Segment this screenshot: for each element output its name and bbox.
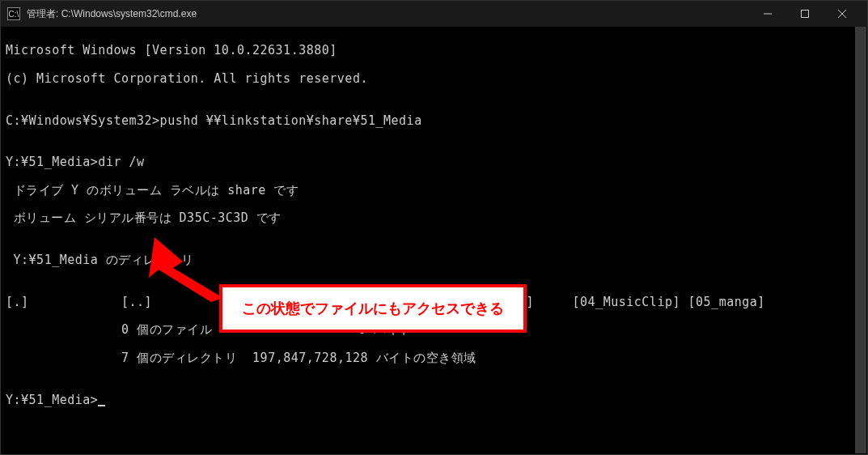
output-line: ボリューム シリアル番号は D35C-3C3D です bbox=[6, 211, 862, 225]
close-button[interactable] bbox=[824, 1, 861, 27]
maximize-button[interactable] bbox=[786, 1, 824, 27]
maximize-icon bbox=[801, 10, 809, 18]
cmd-icon-text: C:\ bbox=[9, 10, 19, 19]
scrollbar-thumb[interactable] bbox=[855, 27, 866, 453]
prompt-line: Y:¥51_Media> bbox=[6, 393, 862, 407]
window-titlebar: C:\ 管理者: C:\Windows\system32\cmd.exe bbox=[1, 1, 867, 27]
output-line: Microsoft Windows [Version 10.0.22631.38… bbox=[6, 44, 862, 57]
output-line: 7 個のディレクトリ 197,847,728,128 バイトの空き領域 bbox=[6, 351, 862, 365]
output-line: ドライブ Y のボリューム ラベルは share です bbox=[6, 184, 862, 198]
output-line: 0 個のファイル 0 バイト bbox=[6, 323, 862, 337]
close-icon bbox=[838, 10, 846, 18]
cursor bbox=[98, 405, 105, 406]
vertical-scrollbar[interactable] bbox=[855, 27, 866, 453]
output-line: (c) Microsoft Corporation. All rights re… bbox=[6, 72, 862, 86]
terminal-output[interactable]: Microsoft Windows [Version 10.0.22631.38… bbox=[1, 27, 867, 424]
prompt-text: Y:¥51_Media> bbox=[6, 393, 98, 407]
window-controls bbox=[749, 1, 861, 27]
cmd-icon: C:\ bbox=[7, 7, 20, 20]
output-line: C:¥Windows¥System32>pushd ¥¥linkstation¥… bbox=[6, 114, 862, 128]
svg-rect-1 bbox=[802, 11, 809, 18]
output-line: Y:¥51_Media のディレクトリ bbox=[6, 253, 862, 267]
output-line: Y:¥51_Media>dir /w bbox=[6, 155, 862, 169]
output-line: [.] [..] [01_写真] [02_動画] [03_Music] [04_… bbox=[6, 296, 862, 309]
minimize-icon bbox=[764, 10, 772, 18]
minimize-button[interactable] bbox=[749, 1, 786, 27]
window-title: 管理者: C:\Windows\system32\cmd.exe bbox=[27, 7, 749, 21]
